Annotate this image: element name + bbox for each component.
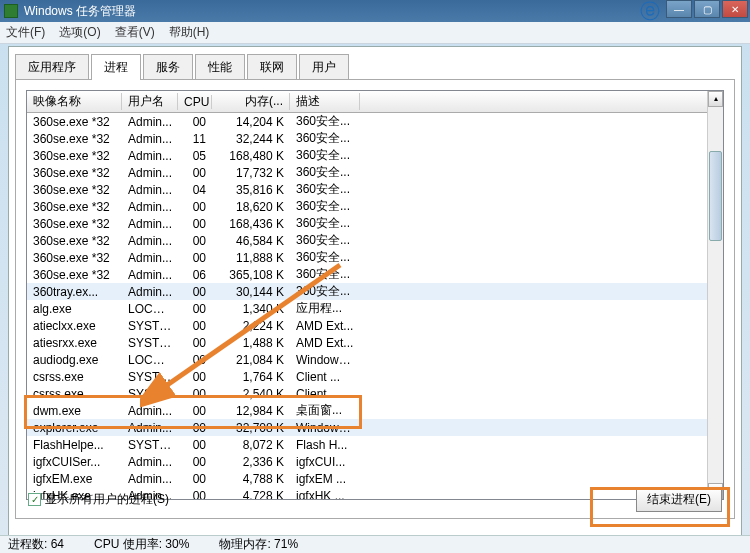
cell-mem: 12,984 K	[212, 404, 290, 418]
cell-user: LOCAL...	[122, 353, 178, 367]
table-row[interactable]: 360se.exe *32Admin...05168,480 K360安全...	[27, 147, 723, 164]
col-cpu[interactable]: CPU	[178, 95, 212, 109]
tab-services[interactable]: 服务	[143, 54, 193, 80]
menu-view[interactable]: 查看(V)	[115, 24, 155, 41]
cell-cpu: 00	[178, 285, 212, 299]
tab-applications[interactable]: 应用程序	[15, 54, 89, 80]
cell-name: csrss.exe	[27, 370, 122, 384]
menu-file[interactable]: 文件(F)	[6, 24, 45, 41]
tab-processes[interactable]: 进程	[91, 54, 141, 80]
cell-user: SYSTEM	[122, 336, 178, 350]
end-process-button[interactable]: 结束进程(E)	[636, 487, 722, 512]
cell-desc: 360安全...	[290, 283, 360, 300]
col-image-name[interactable]: 映像名称	[27, 93, 122, 110]
tabs: 应用程序 进程 服务 性能 联网 用户	[9, 47, 741, 79]
cell-mem: 32,244 K	[212, 132, 290, 146]
scroll-up-button[interactable]: ▴	[708, 91, 723, 107]
window-body: 应用程序 进程 服务 性能 联网 用户 映像名称 用户名 CPU 内存(... …	[8, 46, 742, 538]
bottom-controls: ✓ 显示所有用户的进程(S) 结束进程(E)	[28, 487, 722, 512]
table-row[interactable]: alg.exeLOCAL...001,340 K应用程...	[27, 300, 723, 317]
cell-user: Admin...	[122, 132, 178, 146]
process-rows[interactable]: 360se.exe *32Admin...0014,204 K360安全...3…	[27, 113, 723, 499]
ie-icon: ⓔ	[640, 0, 660, 25]
cell-name: 360se.exe *32	[27, 132, 122, 146]
table-row[interactable]: 360se.exe *32Admin...0046,584 K360安全...	[27, 232, 723, 249]
tab-performance[interactable]: 性能	[195, 54, 245, 80]
cell-mem: 1,340 K	[212, 302, 290, 316]
cell-cpu: 00	[178, 115, 212, 129]
show-all-users-label: 显示所有用户的进程(S)	[45, 491, 169, 508]
cell-user: Admin...	[122, 268, 178, 282]
cell-mem: 2,336 K	[212, 455, 290, 469]
cell-desc: 360安全...	[290, 232, 360, 249]
table-row[interactable]: 360se.exe *32Admin...0435,816 K360安全...	[27, 181, 723, 198]
cell-cpu: 00	[178, 438, 212, 452]
cell-user: SYSTEM	[122, 319, 178, 333]
cell-desc: Client ...	[290, 370, 360, 384]
maximize-button[interactable]: ▢	[694, 0, 720, 18]
cell-user: SYSTEM	[122, 438, 178, 452]
cell-mem: 11,888 K	[212, 251, 290, 265]
vertical-scrollbar[interactable]: ▴ ▾	[707, 91, 723, 499]
close-button[interactable]: ✕	[722, 0, 748, 18]
cell-name: 360se.exe *32	[27, 115, 122, 129]
cell-cpu: 00	[178, 234, 212, 248]
table-row[interactable]: explorer.exeAdmin...0032,708 KWindows...	[27, 419, 723, 436]
table-row[interactable]: 360tray.ex...Admin...0030,144 K360安全...	[27, 283, 723, 300]
cell-mem: 46,584 K	[212, 234, 290, 248]
col-description[interactable]: 描述	[290, 93, 360, 110]
scroll-thumb[interactable]	[709, 151, 722, 241]
table-row[interactable]: atieclxx.exeSYSTEM002,224 KAMD Ext...	[27, 317, 723, 334]
col-memory[interactable]: 内存(...	[212, 93, 290, 110]
tab-content: 映像名称 用户名 CPU 内存(... 描述 360se.exe *32Admi…	[15, 79, 735, 519]
cell-user: Admin...	[122, 455, 178, 469]
cell-mem: 2,540 K	[212, 387, 290, 401]
table-row[interactable]: igfxEM.exeAdmin...004,788 KigfxEM ...	[27, 470, 723, 487]
cell-desc: 360安全...	[290, 164, 360, 181]
cell-desc: 360安全...	[290, 249, 360, 266]
table-row[interactable]: igfxCUISer...Admin...002,336 KigfxCUI...	[27, 453, 723, 470]
cell-name: atiesrxx.exe	[27, 336, 122, 350]
cell-mem: 35,816 K	[212, 183, 290, 197]
table-row[interactable]: FlashHelpe...SYSTEM008,072 KFlash H...	[27, 436, 723, 453]
menu-help[interactable]: 帮助(H)	[169, 24, 210, 41]
col-user[interactable]: 用户名	[122, 93, 178, 110]
tab-users[interactable]: 用户	[299, 54, 349, 80]
minimize-button[interactable]: —	[666, 0, 692, 18]
cell-user: SYSTEM	[122, 370, 178, 384]
cell-cpu: 00	[178, 251, 212, 265]
table-row[interactable]: 360se.exe *32Admin...06365,108 K360安全...	[27, 266, 723, 283]
cell-cpu: 00	[178, 302, 212, 316]
table-row[interactable]: 360se.exe *32Admin...0014,204 K360安全...	[27, 113, 723, 130]
cell-cpu: 04	[178, 183, 212, 197]
table-row[interactable]: 360se.exe *32Admin...1132,244 K360安全...	[27, 130, 723, 147]
tab-networking[interactable]: 联网	[247, 54, 297, 80]
app-icon	[4, 4, 18, 18]
table-row[interactable]: audiodg.exeLOCAL...0021,084 KWindows...	[27, 351, 723, 368]
show-all-users-checkbox[interactable]: ✓ 显示所有用户的进程(S)	[28, 491, 169, 508]
cell-cpu: 00	[178, 387, 212, 401]
table-row[interactable]: 360se.exe *32Admin...0011,888 K360安全...	[27, 249, 723, 266]
cell-cpu: 00	[178, 319, 212, 333]
cell-mem: 21,084 K	[212, 353, 290, 367]
table-row[interactable]: 360se.exe *32Admin...00168,436 K360安全...	[27, 215, 723, 232]
menu-options[interactable]: 选项(O)	[59, 24, 100, 41]
cell-desc: igfxEM ...	[290, 472, 360, 486]
cell-user: Admin...	[122, 421, 178, 435]
cell-cpu: 00	[178, 166, 212, 180]
table-row[interactable]: atiesrxx.exeSYSTEM001,488 KAMD Ext...	[27, 334, 723, 351]
cell-desc: 360安全...	[290, 266, 360, 283]
cell-cpu: 00	[178, 336, 212, 350]
cell-name: igfxEM.exe	[27, 472, 122, 486]
cell-desc: Windows...	[290, 353, 360, 367]
table-row[interactable]: 360se.exe *32Admin...0018,620 K360安全...	[27, 198, 723, 215]
status-process-count: 进程数: 64	[8, 536, 64, 553]
cell-mem: 17,732 K	[212, 166, 290, 180]
cell-cpu: 00	[178, 455, 212, 469]
table-row[interactable]: csrss.exeSYSTEM002,540 KClient ...	[27, 385, 723, 402]
cell-name: dwm.exe	[27, 404, 122, 418]
cell-mem: 1,488 K	[212, 336, 290, 350]
table-row[interactable]: dwm.exeAdmin...0012,984 K桌面窗...	[27, 402, 723, 419]
table-row[interactable]: csrss.exeSYSTEM001,764 KClient ...	[27, 368, 723, 385]
table-row[interactable]: 360se.exe *32Admin...0017,732 K360安全...	[27, 164, 723, 181]
